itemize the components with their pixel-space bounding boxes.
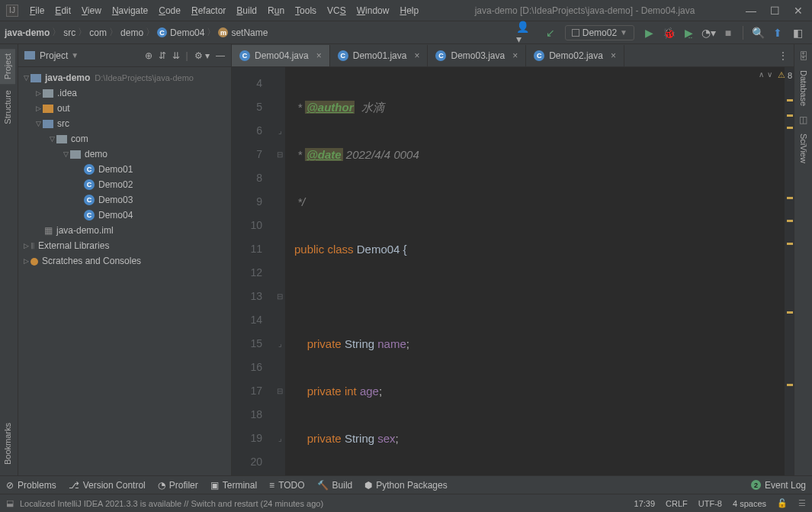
tab-demo04[interactable]: CDemo04.java× <box>232 45 330 66</box>
menu-run[interactable]: Run <box>262 2 290 19</box>
code-content[interactable]: * @author 水滴 * @date 2022/4/4 0004 */ pu… <box>285 67 785 475</box>
warn-mark[interactable] <box>787 384 793 386</box>
collapse-all-icon[interactable]: ⇊ <box>172 50 180 61</box>
select-opened-icon[interactable]: ⊕ <box>145 50 152 61</box>
side-tab-sciview[interactable]: SciView <box>796 129 811 168</box>
tab-demo02[interactable]: CDemo02.java× <box>526 45 624 66</box>
menu-edit[interactable]: Edit <box>50 2 76 19</box>
run-config-select[interactable]: Demo02 ▼ <box>565 25 634 40</box>
stop-button[interactable]: ■ <box>720 24 737 41</box>
menu-tools[interactable]: Tools <box>290 2 322 19</box>
tree-out[interactable]: ▷out <box>18 101 231 116</box>
coverage-button[interactable]: ▶̤ <box>680 24 697 41</box>
bc-class[interactable]: Demo04 <box>170 27 204 38</box>
menu-navigate[interactable]: Navigate <box>107 2 153 19</box>
ide-action-icon[interactable]: ◧ <box>789 24 806 41</box>
tree-demo02[interactable]: CDemo02 <box>18 177 231 192</box>
status-line-sep[interactable]: CRLF <box>666 499 688 508</box>
side-tab-bookmarks[interactable]: Bookmarks <box>0 418 15 469</box>
fold-start-icon[interactable]: ⊟ <box>274 379 285 403</box>
more-tabs-icon[interactable]: ⋮ <box>778 50 788 61</box>
status-time[interactable]: 17:39 <box>634 499 656 508</box>
tree-scratches[interactable]: ▷Scratches and Consoles <box>18 253 231 269</box>
maximize-button[interactable]: ☐ <box>770 5 780 17</box>
fold-start-icon[interactable]: ⊟ <box>274 143 285 166</box>
close-icon[interactable]: × <box>316 50 322 61</box>
status-encoding[interactable]: UTF-8 <box>698 499 722 508</box>
status-menu-icon[interactable]: ☰ <box>798 498 806 508</box>
bc-src[interactable]: src <box>63 27 75 38</box>
tree-src[interactable]: ▽src <box>18 116 231 131</box>
menu-refactor[interactable]: Refactor <box>186 2 231 19</box>
menu-help[interactable]: Help <box>394 2 424 19</box>
tree-demo01[interactable]: CDemo01 <box>18 162 231 177</box>
bt-python-packages[interactable]: ⬢Python Packages <box>364 480 447 491</box>
fold-start-icon[interactable]: ⊟ <box>274 285 285 308</box>
warn-mark[interactable] <box>787 99 793 101</box>
close-icon[interactable]: × <box>512 50 518 61</box>
menu-file[interactable]: File <box>24 2 50 19</box>
fold-end-icon[interactable]: ⌟ <box>274 427 285 450</box>
bc-demo[interactable]: demo <box>120 27 143 38</box>
warning-count[interactable]: 8 <box>778 70 792 80</box>
tree-demo03[interactable]: CDemo03 <box>18 192 231 208</box>
tree-com[interactable]: ▽com <box>18 131 231 147</box>
warn-mark[interactable] <box>787 197 793 199</box>
tree-root[interactable]: ▽java-demoD:\IdeaProjects\java-demo <box>18 70 231 85</box>
menu-build[interactable]: Build <box>231 2 262 19</box>
tree-iml[interactable]: ▦java-demo.iml <box>18 223 231 238</box>
bt-todo[interactable]: ≡TODO <box>269 480 304 491</box>
vcs-pull-icon[interactable]: ↙ <box>542 24 559 41</box>
side-tab-database[interactable]: Database <box>796 66 811 111</box>
tree-demo04[interactable]: CDemo04 <box>18 208 231 223</box>
bc-method[interactable]: setName <box>231 27 268 38</box>
close-icon[interactable]: × <box>611 50 616 61</box>
tree-demo[interactable]: ▽demo <box>18 147 231 162</box>
user-menu-icon[interactable]: 👤▾ <box>516 24 533 41</box>
code-editor[interactable]: 4 5 6 7 8 9 10 11 12 13 14 15 16 17 18 1… <box>232 67 794 475</box>
status-window-icon[interactable]: ⬓ <box>6 498 14 508</box>
close-button[interactable]: ✕ <box>794 5 803 17</box>
tree-idea[interactable]: ▷.idea <box>18 85 231 101</box>
warn-mark[interactable] <box>787 127 793 129</box>
bc-root[interactable]: java-demo <box>5 27 50 38</box>
expand-all-icon[interactable]: ⇵ <box>159 50 166 61</box>
menu-vcs[interactable]: VCS <box>322 2 351 19</box>
bt-terminal[interactable]: ▣Terminal <box>210 480 257 491</box>
status-message[interactable]: Localized IntelliJ IDEA 2021.3.3 is avai… <box>20 499 323 508</box>
tab-demo03[interactable]: CDemo03.java× <box>428 45 526 66</box>
minimize-button[interactable]: — <box>746 5 756 17</box>
prev-highlight-icon[interactable]: ∧ <box>759 70 764 79</box>
project-panel-title[interactable]: Project <box>40 50 68 61</box>
fold-end-icon[interactable]: ⌟ <box>274 119 285 143</box>
bt-event-log[interactable]: 2Event Log <box>751 480 806 491</box>
update-button[interactable]: ⬆ <box>769 24 786 41</box>
menu-view[interactable]: View <box>76 2 107 19</box>
fold-end-icon[interactable]: ⌟ <box>274 332 285 356</box>
tab-demo01[interactable]: CDemo01.java× <box>330 45 428 66</box>
search-button[interactable]: 🔍 <box>749 24 766 41</box>
debug-button[interactable]: 🐞 <box>660 24 677 41</box>
menu-code[interactable]: Code <box>153 2 186 19</box>
warn-mark[interactable] <box>787 243 793 245</box>
bt-version-control[interactable]: ⎇Version Control <box>69 480 146 491</box>
side-tab-structure[interactable]: Structure <box>0 85 15 129</box>
next-highlight-icon[interactable]: ∨ <box>767 70 772 79</box>
readonly-lock-icon[interactable]: 🔓 <box>777 498 788 508</box>
warn-mark[interactable] <box>787 114 793 117</box>
chevron-down-icon[interactable]: ▼ <box>71 51 79 60</box>
warn-mark[interactable] <box>787 311 793 314</box>
bt-problems[interactable]: ⊘Problems <box>6 480 56 491</box>
bt-profiler[interactable]: ◔Profiler <box>158 480 198 491</box>
run-button[interactable]: ▶ <box>640 24 657 41</box>
database-icon[interactable]: 🗄 <box>798 50 810 63</box>
close-icon[interactable]: × <box>414 50 419 61</box>
bt-build[interactable]: 🔨Build <box>317 480 353 491</box>
status-indent[interactable]: 4 spaces <box>733 499 766 508</box>
tree-ext-libs[interactable]: ▷⫴External Libraries <box>18 238 231 253</box>
error-stripe[interactable]: ∧∨ 8 <box>785 67 794 475</box>
menu-window[interactable]: Window <box>351 2 395 19</box>
bc-com[interactable]: com <box>89 27 107 38</box>
side-tab-project[interactable]: Project <box>0 49 15 84</box>
sciview-icon[interactable]: ◫ <box>798 114 810 126</box>
